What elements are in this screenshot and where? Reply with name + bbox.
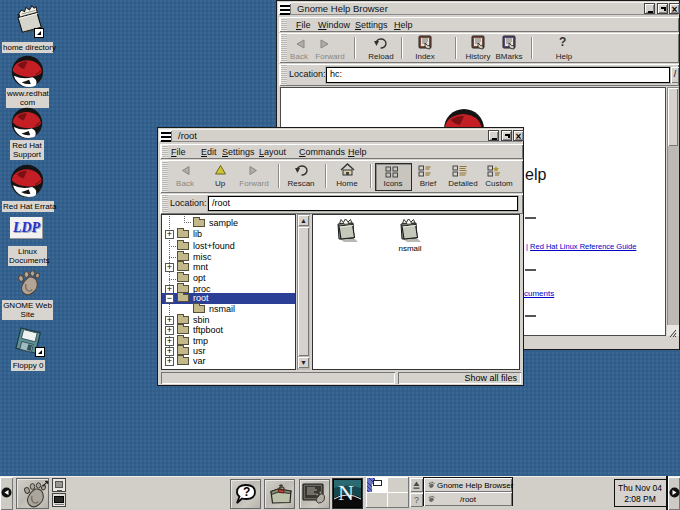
svg-text:?: ? xyxy=(243,485,250,499)
svg-text:N: N xyxy=(338,480,354,505)
